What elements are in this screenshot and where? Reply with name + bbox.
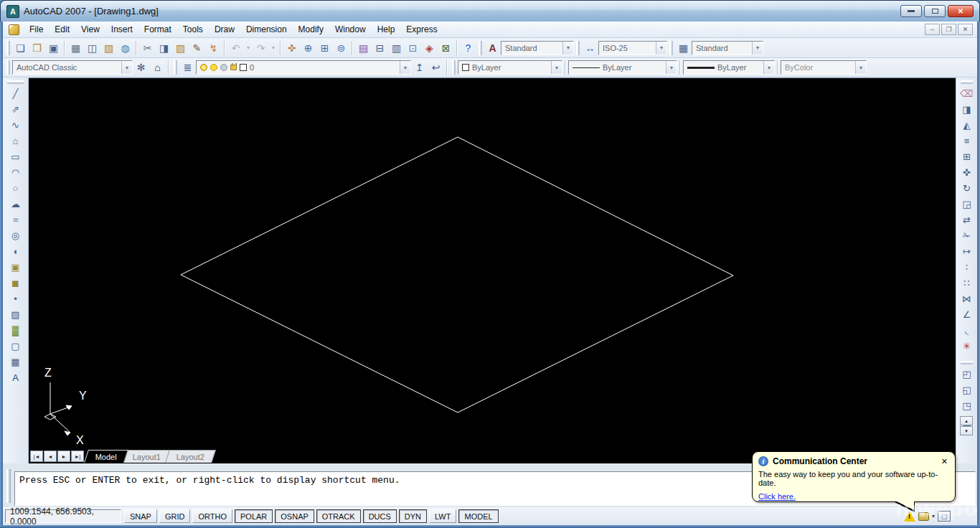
- tab-layout2[interactable]: Layout2: [165, 450, 216, 463]
- minimize-button[interactable]: [900, 5, 922, 17]
- zoom-window-icon[interactable]: ⊞: [316, 40, 333, 56]
- layer-freeze-icon[interactable]: [210, 64, 217, 71]
- chevron-down-icon[interactable]: ▾: [400, 61, 410, 74]
- menu-view[interactable]: View: [75, 23, 105, 36]
- plot-preview-icon[interactable]: ◫: [84, 40, 100, 56]
- toolbar-grip[interactable]: [669, 41, 673, 55]
- document-icon[interactable]: [9, 24, 19, 35]
- close-button[interactable]: ✕: [948, 5, 974, 17]
- copy-object-icon[interactable]: ◨: [956, 101, 977, 117]
- toolbar-grip[interactable]: [6, 41, 10, 55]
- tab-nav-2[interactable]: ►: [57, 451, 70, 462]
- bring-to-front-icon[interactable]: ◰: [956, 366, 977, 382]
- plot-style-select[interactable]: ByColor ▾: [781, 60, 867, 75]
- circle-icon[interactable]: ○: [3, 180, 28, 196]
- toolbar-grip[interactable]: [961, 80, 973, 84]
- tool-palettes-icon[interactable]: ▥: [388, 40, 405, 56]
- line-icon[interactable]: ╱: [3, 85, 28, 101]
- status-toggle-snap[interactable]: SNAP: [124, 509, 157, 523]
- tab-nav-3[interactable]: ►|: [71, 451, 84, 462]
- sheet-set-manager-icon[interactable]: ⊡: [405, 40, 421, 56]
- status-toggle-osnap[interactable]: OSNAP: [275, 509, 314, 523]
- quickcalc-icon[interactable]: ⊠: [438, 40, 454, 56]
- undo-options-icon[interactable]: ▾: [244, 40, 253, 56]
- toolbar-grip[interactable]: [479, 41, 482, 55]
- toolbar-grip[interactable]: [174, 60, 177, 75]
- status-toggle-otrack[interactable]: OTRACK: [316, 509, 361, 523]
- dim-style-select[interactable]: ISO-25 ▾: [598, 41, 667, 55]
- menu-help[interactable]: Help: [372, 23, 401, 36]
- toolbar-grip[interactable]: [961, 361, 973, 364]
- table-style-select[interactable]: Standard ▾: [692, 41, 763, 55]
- construction-line-icon[interactable]: ⇗: [3, 101, 28, 117]
- menu-file[interactable]: File: [24, 23, 49, 36]
- status-toggle-model[interactable]: MODEL: [458, 509, 498, 523]
- tab-nav-0[interactable]: |◄: [30, 451, 43, 462]
- chamfer-icon[interactable]: ∠: [956, 306, 977, 322]
- dim-style-icon[interactable]: ↔: [582, 40, 598, 56]
- region-icon[interactable]: ▢: [3, 338, 28, 354]
- make-object-layer-current-icon[interactable]: ↥: [411, 60, 428, 75]
- tab-model[interactable]: Model: [84, 450, 128, 463]
- child-close-button[interactable]: ✕: [958, 24, 973, 35]
- lineweight-select[interactable]: ByLayer ▾: [683, 60, 775, 75]
- status-toggle-lwt[interactable]: LWT: [429, 509, 456, 523]
- join-icon[interactable]: ⋈: [956, 291, 977, 306]
- status-toggle-ducs[interactable]: DUCS: [363, 509, 397, 523]
- chevron-down-icon[interactable]: ▾: [656, 42, 666, 55]
- ellipse-arc-icon[interactable]: ◖: [3, 243, 28, 259]
- chevron-down-icon[interactable]: ▾: [121, 61, 132, 74]
- block-editor-icon[interactable]: ↯: [205, 40, 222, 56]
- command-window-grip[interactable]: [6, 469, 11, 503]
- layer-select[interactable]: 0 ▾: [196, 60, 411, 75]
- redo-icon[interactable]: ↷: [253, 40, 269, 56]
- chevron-down-icon[interactable]: ▾: [855, 61, 866, 74]
- fillet-icon[interactable]: ◟: [956, 322, 977, 338]
- paste-icon[interactable]: ▨: [172, 40, 189, 56]
- layer-on-icon[interactable]: [200, 64, 207, 71]
- menu-dimension[interactable]: Dimension: [240, 23, 293, 36]
- zoom-previous-icon[interactable]: ⊜: [333, 40, 349, 56]
- extend-icon[interactable]: ↦: [956, 243, 977, 259]
- array-icon[interactable]: ⊞: [956, 148, 977, 164]
- polyline-icon[interactable]: ∿: [3, 117, 28, 133]
- stretch-icon[interactable]: ⇄: [956, 212, 977, 227]
- chevron-down-icon[interactable]: ▾: [763, 61, 774, 74]
- maximize-button[interactable]: [924, 5, 946, 17]
- explode-icon[interactable]: ✳: [956, 338, 977, 354]
- workspace-select[interactable]: AutoCAD Classic ▾: [12, 60, 133, 75]
- redo-options-icon[interactable]: ▾: [269, 40, 278, 56]
- layer-vpfreeze-icon[interactable]: [220, 64, 227, 71]
- drawing-area[interactable]: Z Y X |◄◄►►| ModelLayout1Layout2: [29, 77, 956, 463]
- break-at-point-icon[interactable]: ∶: [956, 259, 977, 275]
- rectangle-icon[interactable]: ▭: [3, 148, 28, 164]
- scroll-down-button[interactable]: ▾: [960, 426, 973, 435]
- menu-express[interactable]: Express: [400, 23, 443, 36]
- hatch-icon[interactable]: ▨: [3, 306, 28, 322]
- layer-previous-icon[interactable]: ↩: [428, 60, 444, 75]
- ellipse-icon[interactable]: ◎: [3, 227, 28, 243]
- balloon-link[interactable]: Click here.: [758, 492, 796, 501]
- text-style-icon[interactable]: A: [484, 40, 501, 56]
- undo-icon[interactable]: ↶: [227, 40, 244, 56]
- menu-edit[interactable]: Edit: [49, 23, 75, 36]
- mirror-icon[interactable]: ◭: [956, 117, 977, 133]
- make-block-icon[interactable]: ◼: [3, 275, 28, 291]
- cut-icon[interactable]: ✂: [139, 40, 156, 56]
- erase-icon[interactable]: ⌫: [956, 85, 977, 101]
- layer-lock-icon[interactable]: [230, 65, 237, 70]
- plot-icon[interactable]: ▦: [67, 40, 84, 56]
- status-toggle-dyn[interactable]: DYN: [399, 509, 427, 523]
- scale-icon[interactable]: ◲: [956, 196, 977, 212]
- chevron-down-icon[interactable]: ▾: [752, 42, 763, 55]
- rotate-icon[interactable]: ↻: [956, 180, 977, 196]
- revcloud-icon[interactable]: ☁: [3, 196, 28, 212]
- move-icon[interactable]: ✜: [956, 164, 977, 180]
- help-icon[interactable]: ?: [460, 40, 476, 56]
- toolbar-grip[interactable]: [6, 60, 10, 75]
- table-icon[interactable]: ▦: [3, 354, 28, 369]
- arc-icon[interactable]: ◠: [3, 164, 28, 180]
- spline-icon[interactable]: ≈: [3, 212, 28, 227]
- break-icon[interactable]: ∷: [956, 275, 977, 291]
- toolbar-grip[interactable]: [452, 60, 456, 75]
